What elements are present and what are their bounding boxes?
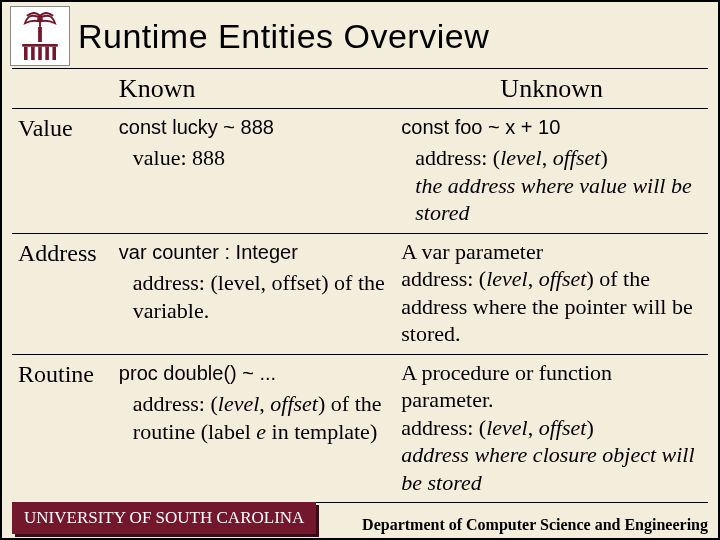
- svg-point-1: [37, 17, 43, 23]
- svg-rect-0: [38, 27, 42, 42]
- body-text: address: (level, offset)the address wher…: [401, 144, 702, 227]
- code-text: var counter : Integer: [119, 241, 298, 263]
- header: Runtime Entities Overview: [2, 2, 718, 66]
- column-header-known: Known: [113, 69, 395, 109]
- body-text: value: 888: [119, 144, 389, 172]
- footer-department: Department of Computer Science and Engin…: [362, 516, 708, 534]
- content-table: Known Unknown Value const lucky ~ 888 va…: [2, 68, 718, 503]
- svg-rect-3: [24, 47, 28, 60]
- cell-routine-known: proc double() ~ ... address: (level, off…: [113, 354, 395, 503]
- table-row-value: Value const lucky ~ 888 value: 888 const…: [12, 108, 708, 233]
- university-logo: [10, 6, 70, 66]
- column-header-unknown: Unknown: [395, 69, 708, 109]
- cell-address-unknown: A var parameteraddress: (level, offset) …: [395, 233, 708, 354]
- code-text: proc double() ~ ...: [119, 362, 276, 384]
- code-text: const foo ~ x + 10: [401, 116, 560, 138]
- row-label-value: Value: [12, 108, 113, 233]
- footer-university: UNIVERSITY OF SOUTH CAROLINA: [12, 502, 316, 534]
- cell-address-known: var counter : Integer address: (level, o…: [113, 233, 395, 354]
- svg-rect-2: [22, 44, 58, 47]
- code-text: const lucky ~ 888: [119, 116, 274, 138]
- gate-icon: [22, 44, 58, 60]
- footer: UNIVERSITY OF SOUTH CAROLINA Department …: [2, 502, 718, 534]
- header-empty: [12, 69, 113, 109]
- cell-value-unknown: const foo ~ x + 10 address: (level, offs…: [395, 108, 708, 233]
- svg-rect-5: [38, 47, 42, 60]
- body-text: address: (level, offset) of the variable…: [119, 269, 389, 324]
- body-text: address: (level, offset) of the routine …: [119, 390, 389, 445]
- table-header-row: Known Unknown: [12, 69, 708, 109]
- page-title: Runtime Entities Overview: [78, 17, 489, 56]
- cell-value-known: const lucky ~ 888 value: 888: [113, 108, 395, 233]
- row-label-address: Address: [12, 233, 113, 354]
- svg-rect-6: [45, 47, 49, 60]
- table-row-routine: Routine proc double() ~ ... address: (le…: [12, 354, 708, 503]
- palmetto-tree-icon: [21, 12, 59, 42]
- svg-rect-4: [31, 47, 35, 60]
- svg-rect-7: [52, 47, 56, 60]
- cell-routine-unknown: A procedure or function parameter.addres…: [395, 354, 708, 503]
- row-label-routine: Routine: [12, 354, 113, 503]
- table-row-address: Address var counter : Integer address: (…: [12, 233, 708, 354]
